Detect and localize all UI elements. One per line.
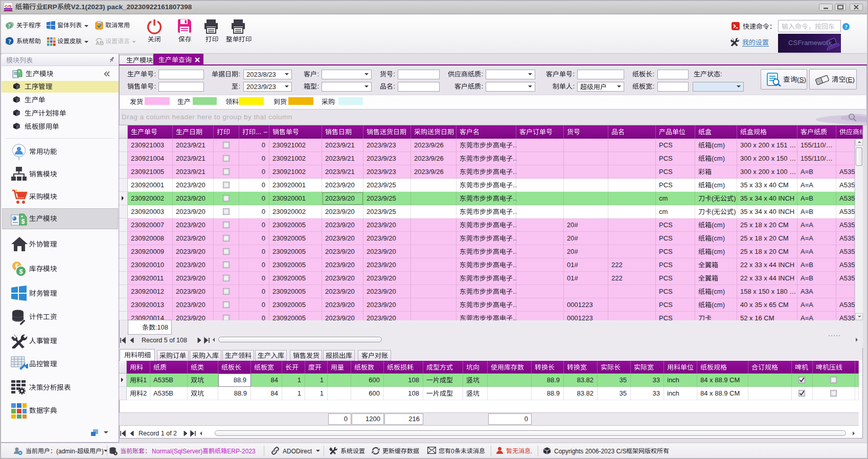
svg-text:?: ? bbox=[8, 38, 11, 45]
svg-text:?: ? bbox=[8, 23, 11, 29]
svg-text:$: $ bbox=[21, 218, 25, 225]
svg-text:$: $ bbox=[19, 268, 23, 275]
svg-text:C/S: C/S bbox=[5, 4, 12, 9]
svg-text:?: ? bbox=[844, 24, 847, 30]
svg-text:AB: AB bbox=[96, 40, 104, 46]
